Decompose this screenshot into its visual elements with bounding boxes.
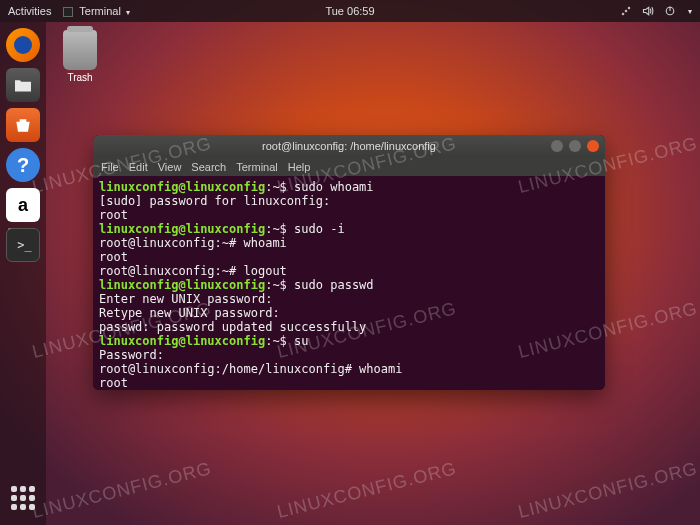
desktop: Activities Terminal ▾ Tue 06:59 ▾ ? a [0,0,700,525]
terminal-line: root@linuxconfig:~# logout [99,264,599,278]
amazon-launcher[interactable]: a [6,188,40,222]
files-launcher[interactable] [6,68,40,102]
show-applications-button[interactable] [6,481,40,515]
terminal-launcher[interactable] [6,228,40,262]
watermark: LINUXCONFIG.ORG [275,458,459,523]
terminal-line: Password: [99,348,599,362]
maximize-button[interactable] [569,140,581,152]
menu-edit[interactable]: Edit [129,161,148,173]
terminal-window: root@linuxconfig: /home/linuxconfig File… [93,135,605,390]
system-menu-chevron-icon[interactable]: ▾ [688,7,692,16]
trash-icon [63,30,97,70]
window-menubar: File Edit View Search Terminal Help [93,157,605,176]
minimize-button[interactable] [551,140,563,152]
terminal-line: Retype new UNIX password: [99,306,599,320]
terminal-line: linuxconfig@linuxconfig:~$ sudo passwd [99,278,599,292]
volume-icon[interactable] [642,5,654,17]
launcher-dock: ? a [0,22,46,525]
watermark: LINUXCONFIG.ORG [30,458,214,523]
terminal-line: linuxconfig@linuxconfig:~$ sudo whoami [99,180,599,194]
terminal-line: root [99,208,599,222]
help-launcher[interactable]: ? [6,148,40,182]
trash-label: Trash [58,72,102,83]
menu-view[interactable]: View [158,161,182,173]
menu-search[interactable]: Search [191,161,226,173]
terminal-line: root@linuxconfig:/home/linuxconfig# whoa… [99,362,599,376]
terminal-line: passwd: password updated successfully [99,320,599,334]
software-launcher[interactable] [6,108,40,142]
firefox-launcher[interactable] [6,28,40,62]
clock[interactable]: Tue 06:59 [325,5,374,17]
watermark: LINUXCONFIG.ORG [516,458,700,523]
activities-button[interactable]: Activities [8,5,51,17]
chevron-down-icon: ▾ [126,8,130,17]
terminal-line: Enter new UNIX password: [99,292,599,306]
app-menu-label: Terminal [79,5,121,17]
window-titlebar[interactable]: root@linuxconfig: /home/linuxconfig [93,135,605,157]
menu-terminal[interactable]: Terminal [236,161,278,173]
top-bar: Activities Terminal ▾ Tue 06:59 ▾ [0,0,700,22]
terminal-line: root [99,376,599,390]
menu-help[interactable]: Help [288,161,311,173]
terminal-line: root@linuxconfig:~# whoami [99,236,599,250]
terminal-line: [sudo] password for linuxconfig: [99,194,599,208]
terminal-line: linuxconfig@linuxconfig:~$ sudo -i [99,222,599,236]
trash-desktop-icon[interactable]: Trash [58,30,102,83]
app-menu-button[interactable]: Terminal ▾ [63,5,130,17]
network-icon[interactable] [620,5,632,17]
terminal-content[interactable]: linuxconfig@linuxconfig:~$ sudo whoami[s… [93,176,605,390]
power-icon[interactable] [664,5,676,17]
terminal-icon [63,7,73,17]
menu-file[interactable]: File [101,161,119,173]
terminal-line: linuxconfig@linuxconfig:~$ su [99,334,599,348]
terminal-line: root [99,250,599,264]
close-button[interactable] [587,140,599,152]
window-title: root@linuxconfig: /home/linuxconfig [93,140,605,152]
